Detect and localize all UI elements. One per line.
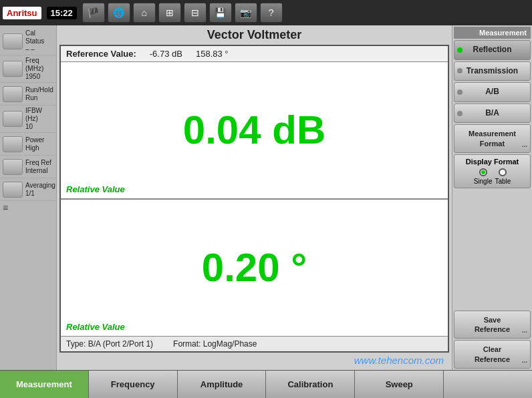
vvm-title: Vector Voltmeter [59, 28, 449, 42]
time-display: 15:22 [47, 7, 77, 19]
clear-reference-dots: ··· [522, 358, 527, 367]
globe-button[interactable]: 🌐 [108, 3, 130, 23]
display-label-2: Relative Value [66, 322, 125, 332]
scroll-indicator: ≡ [0, 201, 56, 214]
averaging-btn[interactable] [3, 182, 23, 198]
display-format-title: Display Format [457, 158, 527, 166]
transmission-indicator [457, 68, 462, 73]
ifbw-btn[interactable] [3, 111, 23, 127]
bottom-tabs: Measurement Frequency Amplitude Calibrat… [0, 370, 532, 398]
ref-deg: 158.83 ° [196, 49, 229, 59]
display-value-1: 0.04 dB [183, 110, 325, 150]
left-sidebar: Cal Status– – Freq (MHz)1950 Run/HoldRun… [0, 25, 57, 370]
tab-amplitude[interactable]: Amplitude [178, 371, 267, 398]
sidebar-item-ifbw: IFBW (Hz)10 [0, 106, 56, 133]
display-format-section: Display Format Single Table [454, 154, 531, 188]
save-reference-dots: ··· [522, 328, 527, 337]
display-value-2: 0.20 ° [202, 248, 307, 288]
format-single-option[interactable]: Single [474, 168, 493, 185]
format-table-option[interactable]: Table [495, 168, 511, 185]
ab-label: A/B [485, 87, 499, 96]
measurement-panel: Reference Value: -6.73 dB 158.83 ° 0.04 … [59, 45, 449, 353]
anritsu-logo: Anritsu [3, 7, 41, 19]
ref-label: Reference Value: [66, 49, 136, 59]
type-bar: Type: B/A (Port 2/Port 1) Format: LogMag… [61, 336, 448, 351]
transmission-label: Transmission [467, 66, 518, 75]
measurement-format-button[interactable]: MeasurementFormat ··· [454, 124, 531, 153]
ab-button[interactable]: A/B [454, 82, 531, 102]
grid-button[interactable]: ⊞ [158, 3, 181, 23]
freqref-label: Freq RefInternal [25, 159, 51, 175]
sidebar-item-runhold: Run/HoldRun [0, 83, 56, 106]
camera-button[interactable]: 📷 [235, 3, 257, 23]
signal-button[interactable]: ⊟ [184, 3, 207, 23]
main-layout: Cal Status– – Freq (MHz)1950 Run/HoldRun… [0, 25, 532, 370]
freq-label: Freq (MHz)1950 [25, 57, 53, 81]
measurement-format-dots: ··· [522, 142, 527, 151]
watermark-text: www.tehencom.com [59, 355, 449, 366]
measurement-format-label: MeasurementFormat [469, 130, 516, 147]
top-bar: Anritsu 15:22 🏴 🌐 ⌂ ⊞ ⊟ 💾 📷 ? [0, 0, 532, 25]
ba-indicator [457, 111, 462, 116]
clear-reference-button[interactable]: ClearReference ··· [454, 340, 531, 369]
display-label-1: Relative Value [66, 184, 125, 194]
calstatus-label: Cal Status– – [25, 29, 53, 53]
format-table-label: Table [495, 178, 511, 185]
scroll-icon: ≡ [3, 202, 8, 213]
save-reference-label: SaveReference [475, 316, 510, 333]
tab-sweep[interactable]: Sweep [355, 371, 444, 398]
freqref-btn[interactable] [3, 159, 23, 175]
reflection-label: Reflection [473, 45, 511, 54]
sidebar-item-averaging: Averaging1/1 [0, 178, 56, 201]
clear-reference-label: ClearReference [475, 345, 510, 363]
tab-empty[interactable] [444, 371, 532, 398]
sidebar-item-freq: Freq (MHz)1950 [0, 55, 56, 83]
help-button[interactable]: ? [260, 3, 283, 23]
center-content: Vector Voltmeter Reference Value: -6.73 … [57, 25, 452, 370]
averaging-label: Averaging1/1 [25, 182, 55, 198]
ba-button[interactable]: B/A [454, 104, 531, 124]
reference-bar: Reference Value: -6.73 dB 158.83 ° [61, 46, 448, 62]
display-cell-1: 0.04 dB Relative Value [61, 62, 448, 200]
right-sidebar: Measurement Reflection Transmission A/B … [452, 25, 532, 370]
ref-db: -6.73 dB [150, 49, 182, 59]
format-label: Format: LogMag/Phase [173, 339, 257, 349]
format-options: Single Table [457, 168, 527, 185]
tab-measurement[interactable]: Measurement [0, 371, 89, 398]
display-area: 0.04 dB Relative Value 0.20 ° Relative V… [61, 62, 448, 336]
ab-indicator [457, 89, 462, 95]
display-cell-2: 0.20 ° Relative Value [61, 200, 448, 336]
power-label: PowerHigh [25, 136, 44, 152]
tab-calibration[interactable]: Calibration [266, 371, 355, 398]
power-btn[interactable] [3, 136, 23, 152]
reflection-button[interactable]: Reflection [454, 40, 531, 60]
type-label: Type: B/A (Port 2/Port 1) [66, 339, 153, 349]
freq-btn[interactable] [3, 61, 23, 77]
format-single-label: Single [474, 178, 493, 185]
sidebar-item-freqref: Freq RefInternal [0, 156, 56, 178]
save-reference-button[interactable]: SaveReference ··· [454, 311, 531, 339]
transmission-button[interactable]: Transmission [454, 61, 531, 81]
sidebar-item-calstatus: Cal Status– – [0, 28, 56, 55]
tab-frequency[interactable]: Frequency [89, 371, 178, 398]
runhold-label: Run/HoldRun [25, 86, 53, 102]
sidebar-item-power: PowerHigh [0, 133, 56, 156]
format-single-radio[interactable] [479, 168, 487, 176]
home-button[interactable]: ⌂ [133, 3, 156, 23]
reflection-indicator [457, 47, 462, 53]
save-disk-button[interactable]: 💾 [209, 3, 232, 23]
watermark-area: www.tehencom.com [59, 353, 449, 367]
ifbw-label: IFBW (Hz)10 [25, 107, 53, 131]
right-sidebar-header: Measurement [454, 27, 531, 39]
format-table-radio[interactable] [499, 168, 507, 176]
ba-label: B/A [485, 108, 499, 118]
flag-button[interactable]: 🏴 [82, 3, 105, 23]
calstatus-btn[interactable] [3, 33, 23, 49]
runhold-btn[interactable] [3, 86, 23, 102]
